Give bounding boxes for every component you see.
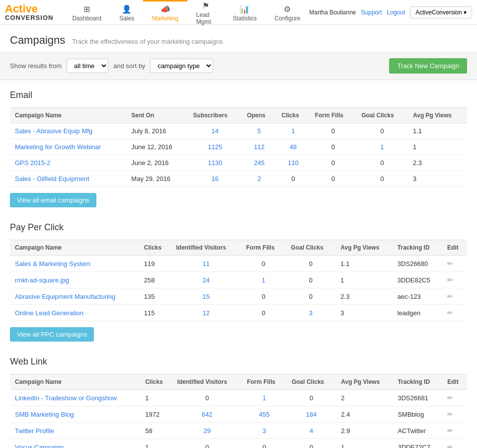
opens-link[interactable]: 2 [257,175,261,182]
iv-link[interactable]: 642 [202,411,213,418]
iv-link[interactable]: 29 [204,427,211,435]
avg-pg-views: 3 [408,171,467,187]
goal-clicks: 0 [287,439,336,448]
nav-item-configure[interactable]: ⚙ Configure [265,0,309,25]
campaign-name-link[interactable]: LinkedIn - Tradeshow or Gongshow [15,394,117,402]
gc-link[interactable]: 184 [306,411,317,418]
subscribers-link[interactable]: 16 [212,175,219,182]
edit-icon[interactable]: ✏ [447,309,453,317]
form-fills: 0 [242,439,287,448]
iv-link[interactable]: 24 [203,276,210,284]
table-row: Abrasive Equipment Manufacturing 135 15 … [10,288,467,305]
iv-link[interactable]: 12 [203,309,210,317]
edit-icon[interactable]: ✏ [447,276,453,284]
campaign-name-link[interactable]: Abrasive Equipment Manufacturing [15,293,115,300]
identified-visitors: 12 [171,305,241,321]
table-row: Online Lead Generation 115 12 0 3 3 lead… [10,305,467,321]
clicks: 110 [277,155,310,171]
show-results-label: Show results from [10,62,62,70]
nav-label-marketing: Marketing [152,15,178,22]
avg-pg-views: 1 [335,272,393,288]
weblink-col-name: Campaign Name [10,374,140,390]
subscribers: 14 [188,123,242,139]
goal-clicks: 0 [286,256,336,272]
nav-item-lead-mgmt[interactable]: ⚑ Lead Mgmt [187,0,224,25]
ff-link[interactable]: 1 [262,394,266,402]
nav-item-statistics[interactable]: 📊 Statistics [224,0,265,25]
sort-by-select[interactable]: campaign type [150,59,213,73]
campaign-name-link[interactable]: GPS 2015-2 [15,159,51,167]
campaign-name-link[interactable]: Vocus Campaign [15,444,64,448]
nav-item-marketing[interactable]: 📣 Marketing [143,0,187,25]
campaign-name-link[interactable]: Marketing for Growth Webinar [15,143,101,151]
ff-link[interactable]: 3 [262,427,266,435]
ff-link[interactable]: 1 [262,276,265,284]
avg-pg-views: 2.4 [336,406,393,423]
opens-link[interactable]: 5 [257,127,261,135]
campaign-name-link[interactable]: Twitter Profile [15,427,54,435]
nav-item-dashboard[interactable]: ⊞ Dashboard [63,0,110,25]
edit-icon[interactable]: ✏ [447,443,453,448]
campaign-name-link[interactable]: SMB Marketing Blog [15,411,74,418]
view-all-email-button[interactable]: View all email campaigns [10,193,96,207]
campaign-name: Abrasive Equipment Manufacturing [10,288,139,305]
sent-on: June 2, 2016 [126,155,188,171]
edit-icon[interactable]: ✏ [447,394,453,402]
weblink-section-title: Web Link [10,357,467,367]
ppc-col-form-fills: Form Fills [241,240,286,256]
edit-icon[interactable]: ✏ [447,410,453,418]
edit-icon[interactable]: ✏ [447,427,453,435]
logout-link[interactable]: Logout [387,9,405,16]
time-filter-select[interactable]: all time [67,59,108,73]
edit-cell: ✏ [442,439,467,448]
iv-link[interactable]: 11 [203,260,210,268]
tracking-id: 3DS26681 [393,390,442,406]
identified-visitors: 24 [171,272,241,288]
campaign-name: Twitter Profile [10,423,140,439]
goal-clicks: 0 [356,171,408,187]
logo[interactable]: Active CONVERSION [5,3,53,21]
clicks-link[interactable]: 1 [291,127,295,135]
subscribers-link[interactable]: 14 [212,127,219,135]
gc-link[interactable]: 3 [309,309,313,317]
iv-link[interactable]: 15 [203,293,210,300]
subscribers-link[interactable]: 1130 [208,159,222,167]
nav-item-sales[interactable]: 👤 Sales [110,0,143,25]
support-link[interactable]: Support [361,9,382,16]
campaign-name-link[interactable]: rmkt-ad-square.jpg [15,276,69,284]
edit-icon[interactable]: ✏ [447,292,453,300]
ppc-col-avg-pg-views: Avg Pg Views [335,240,393,256]
opens: 2 [242,171,277,187]
email-section: Email Campaign Name Sent On Subscribers … [10,90,467,207]
goal-clicks: 0 [286,272,336,288]
campaign-name: Marketing for Growth Webinar [10,139,126,155]
view-all-ppc-button[interactable]: View all PPC campaigns [10,327,94,342]
sent-on: July 8, 2016 [126,123,188,139]
campaign-name-link[interactable]: Sales - Abrasive Equip Mfg [15,127,92,135]
edit-icon[interactable]: ✏ [447,260,453,268]
email-col-goal-clicks: Goal Clicks [356,108,408,123]
tracking-id: 3DDE72C7 [393,439,442,448]
filter-bar-right: Track New Campaign [389,58,467,74]
form-fills: 0 [310,155,357,171]
table-row: GPS 2015-2 June 2, 2016 1130 245 110 0 0… [10,155,467,171]
identified-visitors: 29 [172,423,242,439]
email-table: Campaign Name Sent On Subscribers Opens … [10,107,467,187]
opens-link[interactable]: 245 [254,159,265,167]
campaign-name-link[interactable]: Sales & Marketing System [15,260,90,268]
clicks-link[interactable]: 48 [290,143,297,151]
identified-visitors: 642 [172,406,242,423]
campaign-name-link[interactable]: Online Lead Generation [15,309,83,317]
gc-link[interactable]: 4 [310,427,313,435]
track-new-campaign-button[interactable]: Track New Campaign [389,58,467,74]
subscribers-link[interactable]: 1125 [208,143,222,151]
ff-link[interactable]: 455 [259,411,270,418]
edit-cell: ✏ [442,423,467,439]
goal-clicks-link[interactable]: 1 [381,143,384,151]
opens-link[interactable]: 112 [254,143,265,151]
account-button[interactable]: ActiveConversion ▾ [410,6,472,18]
campaign-name: LinkedIn - Tradeshow or Gongshow [10,390,140,406]
clicks-link[interactable]: 110 [288,159,299,167]
campaign-name-link[interactable]: Sales - Oilfield Equipment [15,175,89,182]
form-fills: 1 [241,272,286,288]
